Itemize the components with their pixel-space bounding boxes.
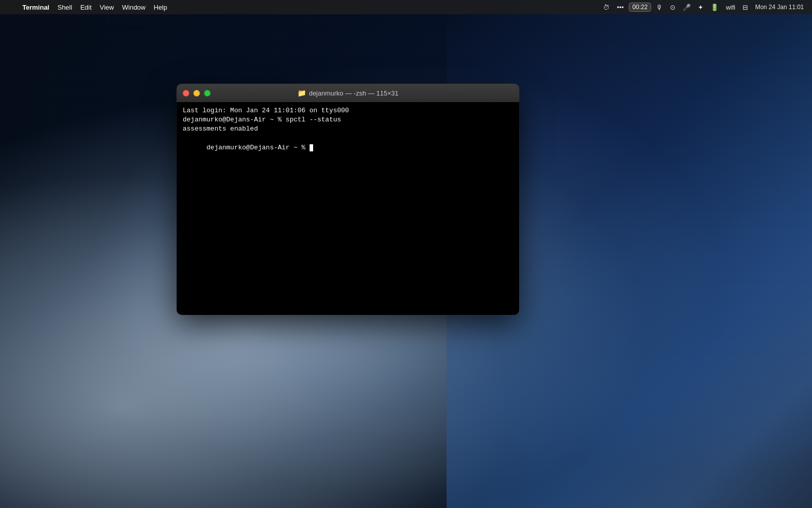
- time-machine-icon[interactable]: ⏱: [601, 3, 612, 12]
- terminal-line-2: dejanmurko@Dejans-Air ~ % spctl --status: [183, 115, 513, 124]
- menu-bar-right: ⏱ ••• 00:22 🎙 ⊙ 🎤 ✦ 🔋 wifi ⊟ Mon 24 Jan …: [601, 3, 806, 12]
- datetime-display: Mon 24 Jan 11:01: [753, 3, 806, 12]
- screen-record-icon[interactable]: ⊙: [668, 3, 678, 12]
- traffic-lights: [183, 90, 211, 97]
- battery-icon[interactable]: 🔋: [708, 3, 721, 12]
- menu-edit[interactable]: Edit: [76, 3, 95, 12]
- menu-help[interactable]: Help: [150, 3, 172, 12]
- apple-menu[interactable]: [6, 6, 14, 8]
- terminal-window[interactable]: 📁 dejanmurko — -zsh — 115×31 Last login:…: [177, 84, 519, 315]
- terminal-line-4: dejanmurko@Dejans-Air ~ %: [183, 134, 513, 162]
- mic-icon[interactable]: 🎙: [654, 3, 665, 12]
- wifi-icon[interactable]: wifi: [724, 3, 737, 12]
- minimize-button[interactable]: [193, 90, 200, 97]
- menu-terminal[interactable]: Terminal: [18, 3, 53, 12]
- terminal-line-3: assessments enabled: [183, 124, 513, 134]
- terminal-title-text: dejanmurko — -zsh — 115×31: [309, 89, 399, 97]
- close-button[interactable]: [183, 90, 189, 97]
- timer-badge[interactable]: 00:22: [629, 3, 651, 12]
- terminal-body[interactable]: Last login: Mon Jan 24 11:01:06 on ttys0…: [177, 102, 519, 315]
- terminal-titlebar: 📁 dejanmurko — -zsh — 115×31: [177, 84, 519, 102]
- terminal-folder-icon: 📁: [297, 89, 306, 97]
- menu-view[interactable]: View: [96, 3, 118, 12]
- menu-shell[interactable]: Shell: [53, 3, 76, 12]
- menu-bar: Terminal Shell Edit View Window Help ⏱ •…: [0, 0, 812, 14]
- control-center-icon[interactable]: ⊟: [740, 3, 750, 12]
- mic-muted-icon[interactable]: 🎤: [681, 3, 693, 12]
- bluetooth-icon[interactable]: ✦: [696, 3, 705, 12]
- terminal-prompt: dejanmurko@Dejans-Air ~ %: [207, 144, 310, 151]
- maximize-button[interactable]: [204, 90, 211, 97]
- terminal-line-1: Last login: Mon Jan 24 11:01:06 on ttys0…: [183, 106, 513, 115]
- menu-window[interactable]: Window: [118, 3, 150, 12]
- extra-dots-icon[interactable]: •••: [615, 3, 626, 12]
- menu-bar-left: Terminal Shell Edit View Window Help: [6, 3, 601, 12]
- terminal-title: 📁 dejanmurko — -zsh — 115×31: [297, 89, 399, 97]
- terminal-cursor: [310, 144, 313, 151]
